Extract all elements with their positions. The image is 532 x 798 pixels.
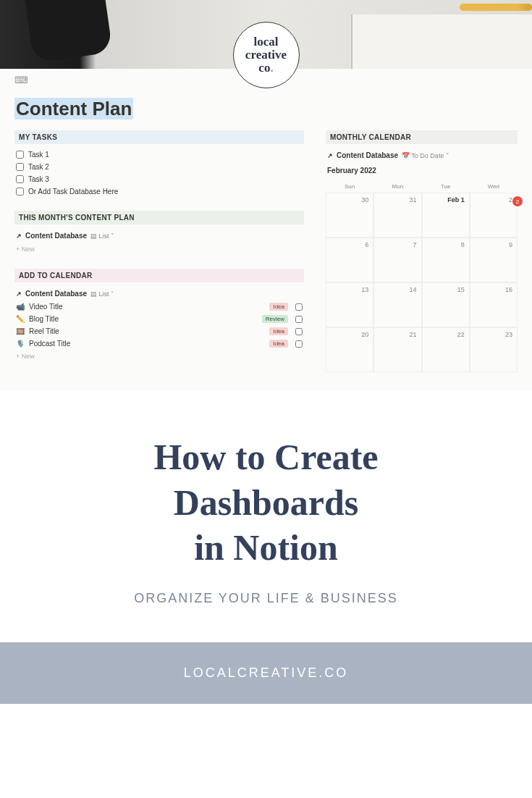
content-items-list: 📹Video TitleIdea✏️Blog TitleReview🎞️Reel… <box>14 301 304 350</box>
task-checkbox[interactable] <box>16 175 24 183</box>
item-title: Podcast Title <box>29 340 265 348</box>
db-label: Content Database <box>337 151 398 159</box>
calendar-cell[interactable]: 22 <box>470 193 518 238</box>
calendar-day-header: Sun <box>326 180 373 193</box>
content-item[interactable]: 🎙️Podcast TitleIdea <box>14 337 304 350</box>
item-checkbox[interactable] <box>295 316 303 323</box>
task-row[interactable]: Or Add Task Database Here <box>14 185 304 198</box>
content-db-link-cal[interactable]: ↗ Content Database ▤ List ˅ <box>14 287 304 301</box>
task-row[interactable]: Task 1 <box>14 148 304 161</box>
calendar-month-label: February 2022 <box>326 162 518 180</box>
item-title: Blog Title <box>29 315 258 323</box>
date-view-selector[interactable]: 📅 To Do Date ˅ <box>402 152 449 159</box>
task-row[interactable]: Task 3 <box>14 173 304 185</box>
task-label: Or Add Task Database Here <box>28 188 118 196</box>
left-column: MY TASKS Task 1Task 2Task 3Or Add Task D… <box>14 130 304 372</box>
headline-line-1: How to Create <box>29 434 503 480</box>
calendar-cell[interactable]: 20 <box>326 327 373 372</box>
task-label: Task 3 <box>28 175 49 183</box>
new-row-items[interactable]: + New <box>14 350 304 363</box>
logo-badge: local creative co. <box>233 22 300 88</box>
task-row[interactable]: Task 2 <box>14 161 304 173</box>
keyboard-icon: ⌨ <box>14 75 28 85</box>
item-emoji-icon: 📹 <box>16 303 25 311</box>
hero-photo-band: local creative co. <box>0 0 532 69</box>
event-badge: 2 <box>512 196 523 206</box>
arrow-icon: ↗ <box>16 290 22 298</box>
add-calendar-header: ADD TO CALENDAR <box>14 269 304 282</box>
headline-line-3: in Notion <box>29 525 503 571</box>
calendar-cell[interactable]: 13 <box>326 282 373 327</box>
calendar-day-header: Mon <box>373 180 421 193</box>
content-item[interactable]: 🎞️Reel TitleIdea <box>14 325 304 337</box>
item-checkbox[interactable] <box>295 328 303 335</box>
status-tag: Idea <box>269 340 288 348</box>
calendar-cell[interactable]: 9 <box>470 238 518 282</box>
item-emoji-icon: 🎙️ <box>16 340 25 348</box>
calendar-cell[interactable]: 31 <box>373 193 421 238</box>
logo-line-2: creative <box>245 49 287 62</box>
calendar-cell[interactable]: Feb 1 <box>422 193 470 238</box>
calendar-day-header: Wed <box>470 180 518 193</box>
notebook-prop <box>351 14 532 69</box>
calendar-cell[interactable]: 30 <box>326 193 373 238</box>
task-checkbox[interactable] <box>16 163 24 171</box>
arrow-icon: ↗ <box>327 152 333 159</box>
task-checkbox[interactable] <box>16 188 24 196</box>
calendar-cell[interactable]: 15 <box>422 282 470 327</box>
item-emoji-icon: 🎞️ <box>16 327 25 335</box>
task-label: Task 2 <box>28 163 49 171</box>
tasks-header: MY TASKS <box>14 130 304 144</box>
calendar-header: MONTHLY CALENDAR <box>326 130 518 144</box>
db-label: Content Database <box>25 232 87 240</box>
task-label: Task 1 <box>28 151 49 159</box>
logo-line-3: co. <box>258 62 273 75</box>
calendar-cell[interactable]: 23 <box>470 327 518 372</box>
item-checkbox[interactable] <box>295 340 303 348</box>
db-label: Content Database <box>25 290 87 298</box>
subheadline: ORGANIZE YOUR LIFE & BUSINESS <box>29 591 503 606</box>
right-column: MONTHLY CALENDAR ↗ Content Database 📅 To… <box>326 130 518 372</box>
item-checkbox[interactable] <box>295 303 303 311</box>
item-title: Reel Title <box>29 327 265 335</box>
list-view-selector[interactable]: ▤ List ˅ <box>90 290 114 298</box>
calendar-cell[interactable]: 22 <box>422 327 470 372</box>
calendar-cell[interactable]: 6 <box>326 238 373 282</box>
calendar-day-headers: SunMonTueWed <box>326 180 518 193</box>
footer-band: LOCALCREATIVE.CO <box>0 642 532 704</box>
main-headline: How to Create Dashboards in Notion <box>29 434 503 571</box>
calendar-cell[interactable]: 21 <box>373 327 421 372</box>
content-db-link-monthly[interactable]: ↗ Content Database 📅 To Do Date ˅ <box>326 148 518 162</box>
footer-url: LOCALCREATIVE.CO <box>0 665 532 681</box>
calendar-cell[interactable]: 14 <box>373 282 421 327</box>
phone-prop <box>25 0 112 63</box>
item-title: Video Title <box>29 303 265 311</box>
arrow-icon: ↗ <box>16 232 22 240</box>
pencil-prop <box>460 4 532 11</box>
calendar-day-header: Tue <box>422 180 470 193</box>
list-view-selector[interactable]: ▤ List ˅ <box>90 232 114 240</box>
headline-area: How to Create Dashboards in Notion ORGAN… <box>0 391 532 642</box>
new-row-plan[interactable]: + New <box>14 243 304 256</box>
calendar-grid: 3031Feb 12267891314151620212223 <box>326 193 518 372</box>
tasks-list: Task 1Task 2Task 3Or Add Task Database H… <box>14 148 304 198</box>
content-item[interactable]: 📹Video TitleIdea <box>14 301 304 313</box>
calendar-cell[interactable]: 8 <box>422 238 470 282</box>
calendar-cell[interactable]: 7 <box>373 238 421 282</box>
plan-header: THIS MONTH'S CONTENT PLAN <box>14 211 304 224</box>
status-tag: Review <box>262 315 288 323</box>
content-db-link-plan[interactable]: ↗ Content Database ▤ List ˅ <box>14 229 304 243</box>
status-tag: Idea <box>269 303 288 311</box>
notion-screenshot: ⌨ Content Plan MY TASKS Task 1Task 2Task… <box>0 69 532 391</box>
task-checkbox[interactable] <box>16 151 24 159</box>
page-title: Content Plan <box>14 98 518 120</box>
status-tag: Idea <box>269 327 288 335</box>
calendar-cell[interactable]: 16 <box>470 282 518 327</box>
content-item[interactable]: ✏️Blog TitleReview <box>14 313 304 325</box>
logo-line-1: local <box>254 35 279 49</box>
item-emoji-icon: ✏️ <box>16 315 25 323</box>
headline-line-2: Dashboards <box>29 480 503 526</box>
